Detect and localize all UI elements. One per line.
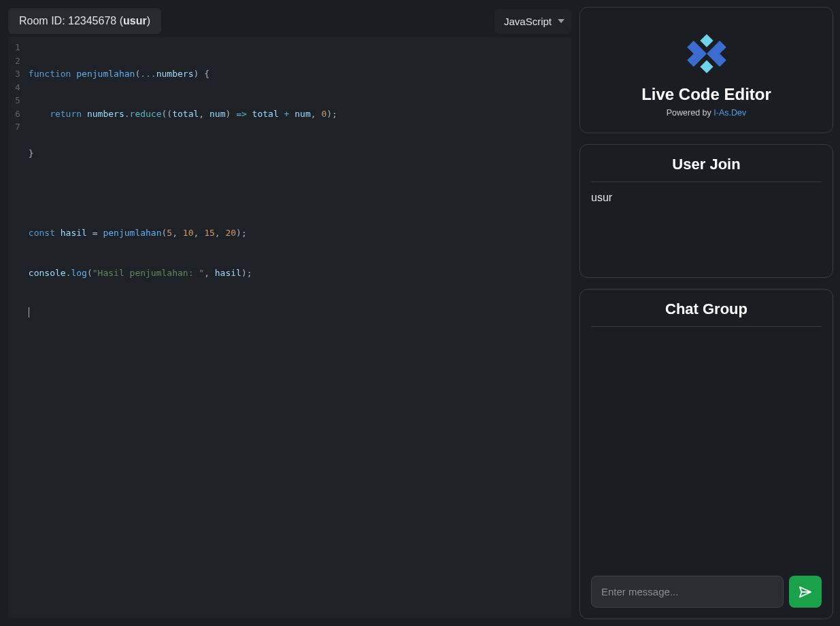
line-gutter: 1 2 3 4 5 6 7	[8, 37, 26, 618]
code-area[interactable]: function penjumlahan(...numbers) { retur…	[26, 37, 571, 618]
line-number: 4	[15, 81, 20, 94]
powered-by: Powered by I-As.Dev	[667, 108, 746, 118]
user-join-title: User Join	[591, 156, 822, 182]
chat-title: Chat Group	[591, 300, 822, 327]
app-title: Live Code Editor	[641, 85, 771, 104]
code-line: console.log("Hasil penjumlahan: ", hasil…	[29, 266, 569, 280]
chat-input[interactable]	[591, 576, 784, 608]
room-id-badge: Room ID: 12345678 (usur)	[8, 8, 161, 34]
line-number: 5	[15, 94, 20, 107]
code-line: const hasil = penjumlahan(5, 10, 15, 20)…	[29, 226, 569, 240]
powered-link[interactable]: I-As.Dev	[713, 108, 746, 118]
send-button[interactable]	[789, 576, 822, 608]
logo-area: Live Code Editor Powered by I-As.Dev	[591, 18, 822, 122]
user-list: usur	[591, 192, 822, 266]
code-editor[interactable]: 1 2 3 4 5 6 7 function penjumlahan(...nu…	[8, 37, 571, 618]
code-line: return numbers.reduce((total, num) => to…	[29, 107, 569, 121]
line-number: 2	[15, 54, 20, 68]
code-line: function penjumlahan(...numbers) {	[29, 67, 569, 81]
code-line: }	[29, 147, 569, 160]
code-line	[29, 187, 569, 201]
line-number: 7	[15, 120, 20, 134]
user-list-item: usur	[591, 192, 822, 204]
line-number: 1	[15, 41, 20, 54]
chat-panel: Chat Group	[579, 289, 833, 619]
send-icon	[798, 585, 813, 599]
app-logo-icon	[685, 32, 728, 75]
room-username: usur	[123, 15, 147, 27]
sidebar: Live Code Editor Powered by I-As.Dev Use…	[579, 0, 840, 626]
editor-header: Room ID: 12345678 (usur) JavaScript	[8, 8, 571, 34]
text-cursor	[29, 307, 29, 317]
chat-input-row	[591, 576, 822, 608]
line-number: 3	[15, 67, 20, 81]
user-join-panel: User Join usur	[579, 144, 833, 278]
main-area: Room ID: 12345678 (usur) JavaScript 1 2 …	[0, 0, 579, 626]
room-id: 12345678	[68, 15, 116, 27]
code-line	[29, 306, 569, 319]
language-select[interactable]: JavaScript	[494, 9, 571, 34]
app-info-panel: Live Code Editor Powered by I-As.Dev	[579, 7, 833, 133]
line-number: 6	[15, 107, 20, 121]
room-label-prefix: Room ID:	[19, 15, 68, 27]
chat-messages	[591, 336, 822, 576]
